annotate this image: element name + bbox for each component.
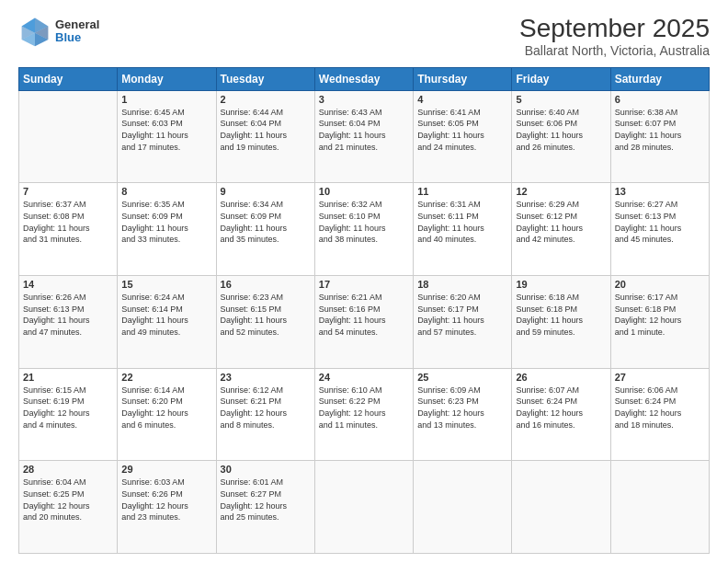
logo-general: General bbox=[55, 18, 99, 31]
table-row: 22Sunrise: 6:14 AM Sunset: 6:20 PM Dayli… bbox=[118, 368, 216, 461]
calendar-week-2: 7Sunrise: 6:37 AM Sunset: 6:08 PM Daylig… bbox=[19, 183, 710, 276]
day-number: 29 bbox=[121, 464, 211, 475]
calendar-week-5: 28Sunrise: 6:04 AM Sunset: 6:25 PM Dayli… bbox=[19, 461, 710, 554]
day-number: 2 bbox=[221, 94, 311, 105]
table-row: 18Sunrise: 6:20 AM Sunset: 6:17 PM Dayli… bbox=[414, 276, 512, 369]
cell-content: Sunrise: 6:03 AM Sunset: 6:26 PM Dayligh… bbox=[121, 477, 211, 523]
table-row: 29Sunrise: 6:03 AM Sunset: 6:26 PM Dayli… bbox=[118, 461, 216, 554]
day-number: 12 bbox=[516, 186, 606, 197]
table-row: 13Sunrise: 6:27 AM Sunset: 6:13 PM Dayli… bbox=[610, 183, 709, 276]
cell-content: Sunrise: 6:26 AM Sunset: 6:13 PM Dayligh… bbox=[23, 292, 113, 338]
cell-content: Sunrise: 6:41 AM Sunset: 6:05 PM Dayligh… bbox=[417, 107, 507, 153]
table-row bbox=[19, 90, 118, 183]
day-number: 4 bbox=[417, 94, 507, 105]
cell-content: Sunrise: 6:31 AM Sunset: 6:11 PM Dayligh… bbox=[417, 199, 507, 245]
day-number: 18 bbox=[417, 279, 507, 290]
calendar-header-row: Sunday Monday Tuesday Wednesday Thursday… bbox=[19, 67, 710, 90]
day-number: 1 bbox=[121, 94, 211, 105]
col-friday: Friday bbox=[512, 67, 610, 90]
calendar-table: Sunday Monday Tuesday Wednesday Thursday… bbox=[18, 67, 710, 554]
day-number: 9 bbox=[221, 186, 311, 197]
table-row: 1Sunrise: 6:45 AM Sunset: 6:03 PM Daylig… bbox=[118, 90, 216, 183]
table-row: 28Sunrise: 6:04 AM Sunset: 6:25 PM Dayli… bbox=[19, 461, 118, 554]
col-tuesday: Tuesday bbox=[216, 67, 314, 90]
table-row: 19Sunrise: 6:18 AM Sunset: 6:18 PM Dayli… bbox=[512, 276, 610, 369]
table-row: 7Sunrise: 6:37 AM Sunset: 6:08 PM Daylig… bbox=[19, 183, 118, 276]
table-row: 30Sunrise: 6:01 AM Sunset: 6:27 PM Dayli… bbox=[216, 461, 314, 554]
day-number: 6 bbox=[615, 94, 705, 105]
cell-content: Sunrise: 6:29 AM Sunset: 6:12 PM Dayligh… bbox=[516, 199, 606, 245]
col-saturday: Saturday bbox=[610, 67, 709, 90]
table-row: 27Sunrise: 6:06 AM Sunset: 6:24 PM Dayli… bbox=[610, 368, 709, 461]
cell-content: Sunrise: 6:27 AM Sunset: 6:13 PM Dayligh… bbox=[615, 199, 705, 245]
cell-content: Sunrise: 6:10 AM Sunset: 6:22 PM Dayligh… bbox=[319, 385, 409, 431]
cell-content: Sunrise: 6:23 AM Sunset: 6:15 PM Dayligh… bbox=[221, 292, 311, 338]
day-number: 20 bbox=[615, 279, 705, 290]
table-row: 15Sunrise: 6:24 AM Sunset: 6:14 PM Dayli… bbox=[118, 276, 216, 369]
table-row: 25Sunrise: 6:09 AM Sunset: 6:23 PM Dayli… bbox=[414, 368, 512, 461]
table-row: 20Sunrise: 6:17 AM Sunset: 6:18 PM Dayli… bbox=[610, 276, 709, 369]
day-number: 14 bbox=[23, 279, 113, 290]
page: General Blue September 2025 Ballarat Nor… bbox=[0, 0, 728, 563]
table-row bbox=[512, 461, 610, 554]
table-row: 23Sunrise: 6:12 AM Sunset: 6:21 PM Dayli… bbox=[216, 368, 314, 461]
cell-content: Sunrise: 6:37 AM Sunset: 6:08 PM Dayligh… bbox=[23, 199, 113, 245]
cell-content: Sunrise: 6:07 AM Sunset: 6:24 PM Dayligh… bbox=[516, 385, 606, 431]
day-number: 27 bbox=[615, 372, 705, 383]
day-number: 16 bbox=[221, 279, 311, 290]
day-number: 5 bbox=[516, 94, 606, 105]
table-row: 24Sunrise: 6:10 AM Sunset: 6:22 PM Dayli… bbox=[314, 368, 413, 461]
table-row: 11Sunrise: 6:31 AM Sunset: 6:11 PM Dayli… bbox=[414, 183, 512, 276]
calendar-week-4: 21Sunrise: 6:15 AM Sunset: 6:19 PM Dayli… bbox=[19, 368, 710, 461]
calendar-week-3: 14Sunrise: 6:26 AM Sunset: 6:13 PM Dayli… bbox=[19, 276, 710, 369]
day-number: 25 bbox=[417, 372, 507, 383]
day-number: 28 bbox=[23, 464, 113, 475]
cell-content: Sunrise: 6:01 AM Sunset: 6:27 PM Dayligh… bbox=[221, 477, 311, 523]
day-number: 26 bbox=[516, 372, 606, 383]
table-row: 12Sunrise: 6:29 AM Sunset: 6:12 PM Dayli… bbox=[512, 183, 610, 276]
logo: General Blue bbox=[18, 15, 99, 48]
day-number: 21 bbox=[23, 372, 113, 383]
table-row: 3Sunrise: 6:43 AM Sunset: 6:04 PM Daylig… bbox=[314, 90, 413, 183]
table-row: 6Sunrise: 6:38 AM Sunset: 6:07 PM Daylig… bbox=[610, 90, 709, 183]
cell-content: Sunrise: 6:35 AM Sunset: 6:09 PM Dayligh… bbox=[121, 199, 211, 245]
day-number: 24 bbox=[319, 372, 409, 383]
day-number: 8 bbox=[121, 186, 211, 197]
day-number: 15 bbox=[121, 279, 211, 290]
main-title: September 2025 bbox=[519, 15, 710, 43]
calendar-week-1: 1Sunrise: 6:45 AM Sunset: 6:03 PM Daylig… bbox=[19, 90, 710, 183]
cell-content: Sunrise: 6:24 AM Sunset: 6:14 PM Dayligh… bbox=[121, 292, 211, 338]
col-monday: Monday bbox=[118, 67, 216, 90]
table-row: 2Sunrise: 6:44 AM Sunset: 6:04 PM Daylig… bbox=[216, 90, 314, 183]
cell-content: Sunrise: 6:17 AM Sunset: 6:18 PM Dayligh… bbox=[615, 292, 705, 338]
day-number: 22 bbox=[121, 372, 211, 383]
cell-content: Sunrise: 6:18 AM Sunset: 6:18 PM Dayligh… bbox=[516, 292, 606, 338]
table-row: 5Sunrise: 6:40 AM Sunset: 6:06 PM Daylig… bbox=[512, 90, 610, 183]
table-row: 14Sunrise: 6:26 AM Sunset: 6:13 PM Dayli… bbox=[19, 276, 118, 369]
table-row bbox=[610, 461, 709, 554]
table-row: 10Sunrise: 6:32 AM Sunset: 6:10 PM Dayli… bbox=[314, 183, 413, 276]
title-block: September 2025 Ballarat North, Victoria,… bbox=[519, 15, 710, 58]
table-row bbox=[414, 461, 512, 554]
cell-content: Sunrise: 6:15 AM Sunset: 6:19 PM Dayligh… bbox=[23, 385, 113, 431]
cell-content: Sunrise: 6:06 AM Sunset: 6:24 PM Dayligh… bbox=[615, 385, 705, 431]
table-row: 8Sunrise: 6:35 AM Sunset: 6:09 PM Daylig… bbox=[118, 183, 216, 276]
table-row: 26Sunrise: 6:07 AM Sunset: 6:24 PM Dayli… bbox=[512, 368, 610, 461]
table-row: 17Sunrise: 6:21 AM Sunset: 6:16 PM Dayli… bbox=[314, 276, 413, 369]
day-number: 3 bbox=[319, 94, 409, 105]
table-row: 9Sunrise: 6:34 AM Sunset: 6:09 PM Daylig… bbox=[216, 183, 314, 276]
cell-content: Sunrise: 6:43 AM Sunset: 6:04 PM Dayligh… bbox=[319, 107, 409, 153]
col-sunday: Sunday bbox=[19, 67, 118, 90]
cell-content: Sunrise: 6:21 AM Sunset: 6:16 PM Dayligh… bbox=[319, 292, 409, 338]
day-number: 7 bbox=[23, 186, 113, 197]
day-number: 23 bbox=[221, 372, 311, 383]
day-number: 17 bbox=[319, 279, 409, 290]
cell-content: Sunrise: 6:44 AM Sunset: 6:04 PM Dayligh… bbox=[221, 107, 311, 153]
logo-text: General Blue bbox=[55, 18, 99, 45]
table-row: 4Sunrise: 6:41 AM Sunset: 6:05 PM Daylig… bbox=[414, 90, 512, 183]
table-row bbox=[314, 461, 413, 554]
cell-content: Sunrise: 6:04 AM Sunset: 6:25 PM Dayligh… bbox=[23, 477, 113, 523]
col-wednesday: Wednesday bbox=[314, 67, 413, 90]
day-number: 30 bbox=[221, 464, 311, 475]
cell-content: Sunrise: 6:34 AM Sunset: 6:09 PM Dayligh… bbox=[221, 199, 311, 245]
